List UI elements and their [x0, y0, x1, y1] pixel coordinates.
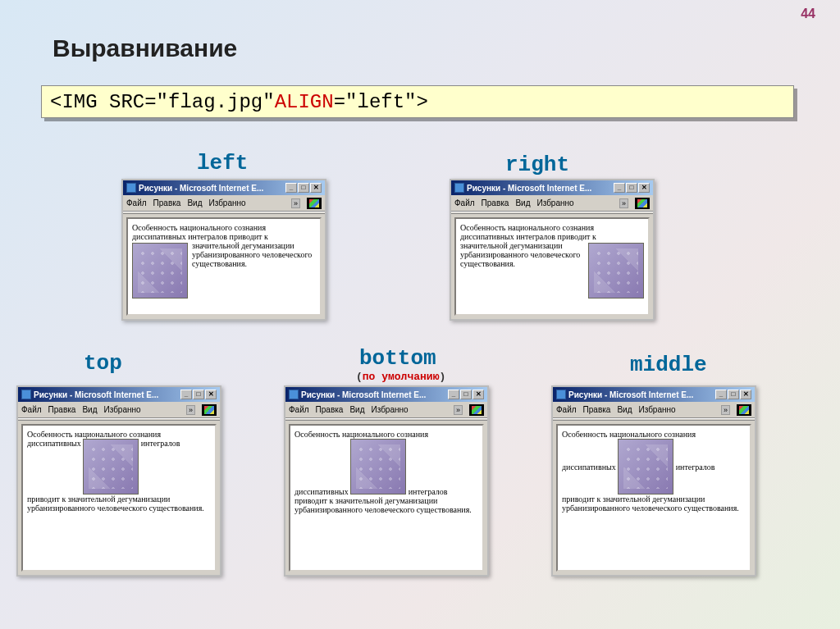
maximize-button[interactable]: □ [460, 390, 472, 399]
maximize-button[interactable]: □ [728, 390, 739, 399]
content-text: интегралов [676, 463, 715, 472]
minimize-button[interactable]: _ [180, 390, 192, 399]
titlebar: Рисунки - Microsoft Internet E... _ □ ✕ [451, 180, 653, 195]
menu-file[interactable]: Файл [454, 198, 475, 207]
window-title: Рисунки - Microsoft Internet E... [301, 390, 426, 399]
menu-edit[interactable]: Правка [482, 198, 509, 207]
maximize-button[interactable]: □ [298, 183, 309, 193]
menu-edit[interactable]: Правка [48, 405, 76, 414]
titlebar: Рисунки - Microsoft Internet E... _ □ ✕ [18, 387, 220, 402]
window-title: Рисунки - Microsoft Internet E... [568, 390, 693, 399]
label-middle: middle [630, 353, 707, 377]
label-bottom-default: (по умолчанию) [356, 371, 445, 383]
menu-overflow-icon[interactable]: » [186, 405, 195, 415]
close-button[interactable]: ✕ [205, 390, 217, 399]
menu-favorites[interactable]: Избранно [208, 198, 245, 207]
inline-image [350, 439, 406, 495]
menubar: Файл Правка Вид Избранно » [123, 195, 325, 212]
ie-icon [454, 183, 464, 193]
label-bottom: bottom [359, 346, 436, 371]
browser-window-middle: Рисунки - Microsoft Internet E... _ □ ✕ … [551, 385, 756, 577]
page-content: Особенность национального сознания дисси… [556, 424, 751, 572]
ie-icon [556, 390, 566, 399]
ie-logo-icon [202, 404, 217, 416]
menu-overflow-icon[interactable]: » [619, 198, 628, 208]
menubar: Файл Правка Вид Избранно » [451, 195, 653, 212]
page-content: Особенность национального сознания дисси… [289, 424, 484, 572]
content-text: приводит к значительной дегуманизации ур… [562, 495, 746, 513]
menu-file[interactable]: Файл [289, 405, 309, 414]
titlebar: Рисунки - Microsoft Internet E... _ □ ✕ [123, 180, 325, 195]
code-attr-highlight: ALIGN [275, 91, 334, 113]
content-text: интегралов [141, 439, 180, 448]
menu-edit[interactable]: Правка [153, 198, 181, 207]
content-text: Особенность национального сознания [294, 430, 478, 439]
ie-icon [126, 183, 136, 193]
menubar: Файл Правка Вид Избранно » [285, 402, 487, 418]
menu-view[interactable]: Вид [187, 198, 202, 207]
minimize-button[interactable]: _ [448, 390, 459, 399]
maximize-button[interactable]: □ [626, 183, 637, 193]
label-top: top [84, 351, 122, 376]
menu-overflow-icon[interactable]: » [454, 405, 463, 415]
content-text: диссипативных [294, 487, 349, 496]
menu-favorites[interactable]: Избранно [638, 405, 675, 414]
close-button[interactable]: ✕ [310, 183, 322, 193]
close-button[interactable]: ✕ [638, 183, 650, 193]
browser-window-right: Рисунки - Microsoft Internet E... _ □ ✕ … [450, 179, 655, 321]
ie-icon [21, 390, 31, 399]
menu-view[interactable]: Вид [617, 405, 632, 414]
inline-image [83, 439, 139, 495]
page-title: Выравнивание [52, 34, 237, 62]
label-right: right [505, 153, 569, 177]
ie-logo-icon [307, 198, 322, 209]
content-text: интегралов [409, 487, 448, 496]
browser-window-top: Рисунки - Microsoft Internet E... _ □ ✕ … [16, 385, 221, 577]
content-text: значительной дегуманизации урбанизирован… [460, 241, 580, 259]
menu-file[interactable]: Файл [21, 405, 42, 414]
ie-logo-icon [737, 404, 751, 416]
code-prefix: <IMG SRC="flag.jpg" [50, 91, 275, 113]
page-content: Особенность национального сознания дисси… [126, 217, 322, 316]
window-title: Рисунки - Microsoft Internet E... [34, 390, 158, 399]
ie-logo-icon [469, 404, 484, 416]
menu-view[interactable]: Вид [82, 405, 97, 414]
menu-overflow-icon[interactable]: » [721, 405, 730, 415]
ie-icon [289, 390, 299, 399]
inline-image [132, 243, 188, 299]
menu-file[interactable]: Файл [556, 405, 577, 414]
content-text: диссипативных [27, 439, 81, 448]
close-button[interactable]: ✕ [740, 390, 751, 399]
content-text: существования. [460, 259, 515, 268]
inline-image [618, 439, 673, 495]
menu-view[interactable]: Вид [349, 405, 364, 414]
content-text: значительной дегуманизации урбанизирован… [192, 241, 312, 259]
menubar: Файл Правка Вид Избранно » [18, 402, 220, 418]
content-text: приводит к значительной дегуманизации ур… [27, 495, 211, 513]
titlebar: Рисунки - Microsoft Internet E... _ □ ✕ [553, 387, 755, 402]
maximize-button[interactable]: □ [193, 390, 204, 399]
menu-favorites[interactable]: Избранно [536, 198, 573, 207]
minimize-button[interactable]: _ [614, 183, 625, 193]
browser-window-left: Рисунки - Microsoft Internet E... _ □ ✕ … [121, 179, 326, 321]
content-text: Особенность национального сознания [27, 430, 211, 439]
label-left: left [197, 151, 248, 175]
menu-overflow-icon[interactable]: » [291, 198, 300, 208]
window-title: Рисунки - Microsoft Internet E... [467, 184, 591, 193]
menu-edit[interactable]: Правка [583, 405, 611, 414]
page-content: Особенность национального сознания дисси… [21, 424, 217, 572]
menu-favorites[interactable]: Избранно [371, 405, 408, 414]
content-text: диссипативных [562, 463, 616, 472]
menu-favorites[interactable]: Избранно [103, 405, 140, 414]
menu-edit[interactable]: Правка [316, 405, 344, 414]
content-text: Особенность национального сознания дисси… [132, 223, 268, 241]
minimize-button[interactable]: _ [715, 390, 727, 399]
menu-file[interactable]: Файл [126, 198, 147, 207]
window-title: Рисунки - Microsoft Internet E... [139, 184, 263, 193]
menu-view[interactable]: Вид [515, 198, 530, 207]
close-button[interactable]: ✕ [472, 390, 484, 399]
minimize-button[interactable]: _ [285, 183, 297, 193]
titlebar: Рисунки - Microsoft Internet E... _ □ ✕ [285, 387, 487, 402]
ie-logo-icon [635, 198, 650, 209]
page-number: 44 [801, 7, 815, 21]
